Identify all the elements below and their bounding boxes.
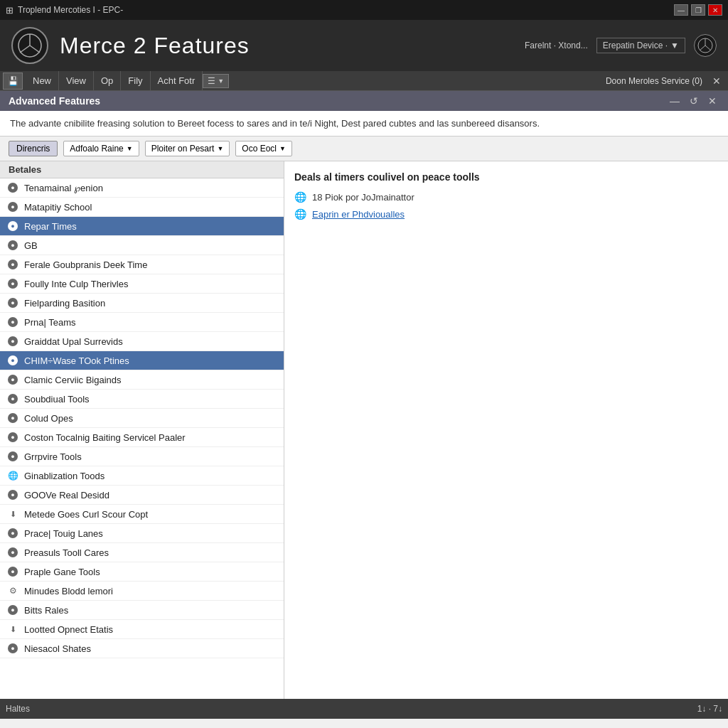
list-item[interactable]: ●Fielparding Basition bbox=[0, 294, 284, 313]
list-item-icon: ● bbox=[7, 336, 18, 347]
list-item[interactable]: 🌐Ginablization Toods bbox=[0, 466, 284, 486]
toolbar-dropdown-adfoalo[interactable]: Adfoalo Raine ▼ bbox=[63, 141, 139, 156]
list-item-label: Lootted Opnect Etatis bbox=[24, 624, 113, 635]
list-item-label: Ferale Goubpranis Deek Time bbox=[24, 259, 147, 270]
status-right-text: 1↓ · 7↓ bbox=[697, 704, 722, 714]
list-item-icon: ● bbox=[7, 355, 18, 366]
menu-item-view[interactable]: View bbox=[59, 71, 94, 91]
list-item-label: CHIM÷Wase TOok Ptines bbox=[24, 355, 129, 366]
toolbar-dropdown-ploiter[interactable]: Ploiter on Pesart ▼ bbox=[145, 141, 230, 156]
right-panel-item-link[interactable]: Eaprin er Phdvioualles bbox=[312, 209, 405, 220]
menu-item-fily[interactable]: Fily bbox=[121, 71, 150, 91]
list-item-icon: ● bbox=[7, 528, 18, 539]
list-item[interactable]: ●GB bbox=[0, 236, 284, 255]
list-item[interactable]: ●Ferale Goubpranis Deek Time bbox=[0, 255, 284, 274]
app-title: Merce 2 Features bbox=[60, 33, 250, 59]
dropdown-oco-chevron: ▼ bbox=[279, 145, 286, 152]
right-panel: Deals al timers coulivel on peace toolls… bbox=[284, 161, 728, 699]
list-item-label: Matapitiy School bbox=[24, 202, 92, 213]
right-panel-item-text: 18 Piok por JoJmainattor bbox=[312, 192, 414, 203]
dropdown-adfoalo-label: Adfoalo Raine bbox=[70, 144, 123, 154]
right-panel-item: 🌐Eaprin er Phdvioualles bbox=[294, 208, 718, 220]
main-content: Betales ●Tenamainal ℘enion●Matapitiy Sch… bbox=[0, 161, 728, 699]
list-item-icon: ● bbox=[7, 278, 18, 289]
toolbar-tab-direncris[interactable]: Direncris bbox=[9, 141, 58, 156]
list-item[interactable]: ⬇Metede Goes Curl Scour Copt bbox=[0, 505, 284, 524]
list-item-label: Prace| Touig Lanes bbox=[24, 528, 103, 539]
section-minimize-button[interactable]: — bbox=[667, 95, 682, 107]
list-item-icon: ● bbox=[7, 220, 18, 232]
list-item[interactable]: ●Clamic Cerviic Bigainds bbox=[0, 370, 284, 390]
list-item-label: Repar Times bbox=[24, 221, 77, 232]
status-bar: Haltes 1↓ · 7↓ bbox=[0, 699, 728, 719]
maximize-button[interactable]: ❐ bbox=[691, 4, 705, 16]
menu-list-icon: ☰ bbox=[208, 76, 215, 86]
list-item-label: Foully Inte Culp Therivles bbox=[24, 279, 128, 289]
list-item-label: Minudes Blodd lemori bbox=[24, 586, 113, 596]
menu-item-new[interactable]: New bbox=[26, 71, 59, 91]
list-item-label: Niesacol Shates bbox=[24, 643, 91, 654]
list-item-label: Grrpvire Tools bbox=[24, 451, 82, 462]
device-button[interactable]: Erepatin Device · ▼ bbox=[596, 38, 685, 53]
list-item-icon: ● bbox=[7, 240, 18, 251]
list-item[interactable]: ●Foully Inte Culp Therivles bbox=[0, 274, 284, 294]
list-item-label: Soubdiual Tools bbox=[24, 394, 90, 405]
list-item-icon: ● bbox=[7, 259, 18, 270]
list-item-icon: ● bbox=[7, 297, 18, 309]
section-header: Advanced Features — ↺ ✕ bbox=[0, 91, 728, 111]
list-item[interactable]: ⬇Lootted Opnect Etatis bbox=[0, 620, 284, 639]
list-item[interactable]: ●Repar Times bbox=[0, 217, 284, 236]
app-logo bbox=[11, 27, 48, 64]
description-bar: The advante cnibilite freasing solution … bbox=[0, 111, 728, 136]
menu-close-button[interactable]: ✕ bbox=[708, 75, 725, 87]
list-item-label: Coston Tocalnig Baiting Servicel Paaler bbox=[24, 432, 186, 443]
list-item-icon: 🌐 bbox=[7, 470, 18, 481]
list-item[interactable]: ●Prna| Teams bbox=[0, 313, 284, 332]
section-close-button[interactable]: ✕ bbox=[705, 95, 719, 107]
list-item[interactable]: ●CHIM÷Wase TOok Ptines bbox=[0, 351, 284, 370]
list-item[interactable]: ●Grrpvire Tools bbox=[0, 447, 284, 466]
menu-item-op[interactable]: Op bbox=[94, 71, 121, 91]
list-item[interactable]: ●Praple Gane Tools bbox=[0, 562, 284, 582]
list-item[interactable]: ●Coston Tocalnig Baiting Servicel Paaler bbox=[0, 428, 284, 447]
svg-line-7 bbox=[705, 46, 711, 50]
list-item[interactable]: ●Soubdiual Tools bbox=[0, 390, 284, 409]
device-chevron: ▼ bbox=[670, 41, 679, 50]
close-button[interactable]: ✕ bbox=[708, 4, 722, 16]
svg-line-2 bbox=[20, 46, 30, 53]
list-item-icon: ● bbox=[7, 316, 18, 328]
list-item[interactable]: ●Tenamainal ℘enion bbox=[0, 178, 284, 198]
dropdown-oco-label: Oco Eocl bbox=[242, 144, 277, 154]
list-item[interactable]: ⚙Minudes Blodd lemori bbox=[0, 582, 284, 601]
list-item-icon: ● bbox=[7, 393, 18, 405]
list-item-label: Graiddat Upal Surrevids bbox=[24, 336, 123, 347]
list-item-label: Tenamainal ℘enion bbox=[24, 183, 103, 193]
list-item[interactable]: ●Prace| Touig Lanes bbox=[0, 524, 284, 543]
section-refresh-button[interactable]: ↺ bbox=[687, 95, 701, 107]
svg-line-3 bbox=[30, 46, 40, 53]
toolbar-dropdown-oco[interactable]: Oco Eocl ▼ bbox=[235, 141, 292, 156]
dropdown-adfoalo-chevron: ▼ bbox=[127, 145, 133, 152]
title-bar-controls: — ❐ ✕ bbox=[674, 4, 722, 16]
list-item[interactable]: ●Matapitiy School bbox=[0, 198, 284, 217]
list-item[interactable]: ●GOOVe Real Desidd bbox=[0, 486, 284, 505]
minimize-button[interactable]: — bbox=[674, 4, 688, 16]
list-item-label: Colud Opes bbox=[24, 413, 73, 424]
list-item[interactable]: ●Niesacol Shates bbox=[0, 639, 284, 658]
dropdown-ploiter-label: Ploiter on Pesart bbox=[151, 144, 215, 154]
list-item-label: Praple Gane Tools bbox=[24, 567, 100, 577]
list-item[interactable]: ●Bitts Rales bbox=[0, 601, 284, 620]
list-item-icon: ● bbox=[7, 182, 18, 193]
app-header: Merce 2 Features Farelnt · Xtond... Erep… bbox=[0, 20, 728, 71]
right-items-container: 🌐18 Piok por JoJmainattor🌐Eaprin er Phdv… bbox=[294, 191, 718, 220]
list-item[interactable]: ●Graiddat Upal Surrevids bbox=[0, 332, 284, 351]
list-item-icon: ● bbox=[7, 643, 18, 654]
list-item-icon: ● bbox=[7, 201, 18, 213]
menu-save-icon[interactable]: 💾 bbox=[3, 73, 23, 90]
menu-dropdown-button[interactable]: ☰ ▼ bbox=[203, 74, 229, 88]
list-item[interactable]: ●Colud Opes bbox=[0, 409, 284, 428]
list-item[interactable]: ●Preasuls Tooll Cares bbox=[0, 543, 284, 562]
list-item-icon: ● bbox=[7, 432, 18, 443]
list-item-icon: ● bbox=[7, 547, 18, 558]
menu-item-acht[interactable]: Acht Fotr bbox=[151, 71, 203, 91]
